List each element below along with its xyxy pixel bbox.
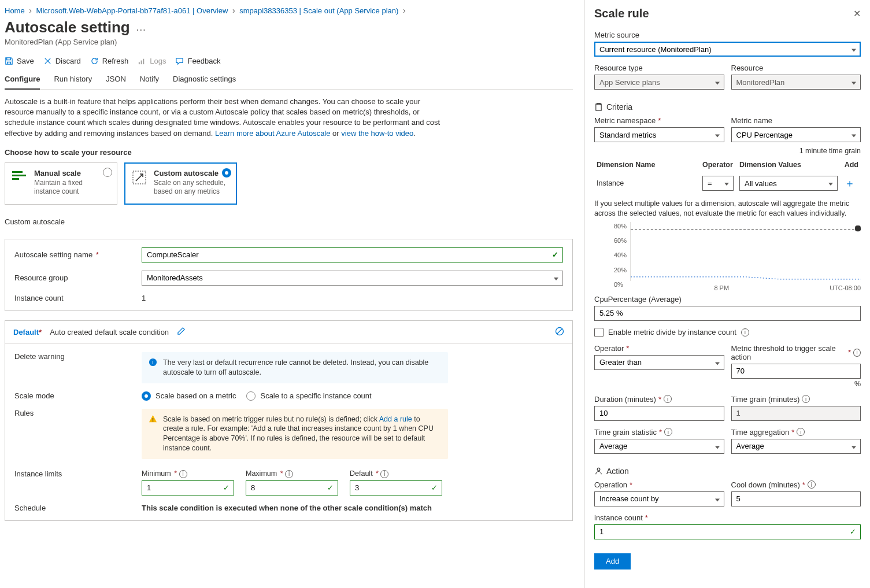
feedback-button[interactable]: Feedback (175, 57, 220, 65)
resource-group-label: Resource group (14, 273, 142, 282)
dimension-operator-select[interactable] (702, 176, 734, 191)
svg-rect-1 (141, 61, 142, 65)
default-input[interactable] (350, 480, 442, 495)
svg-text:!: ! (152, 416, 154, 422)
enable-divide-label: Enable metric divide by instance count (608, 328, 736, 336)
scale-rule-panel: Scale rule ✕ Metric source Resource type… (584, 0, 870, 588)
svg-text:i: i (152, 359, 153, 365)
save-button[interactable]: Save (5, 57, 34, 65)
tab-json[interactable]: JSON (106, 71, 126, 89)
setting-name-input[interactable] (142, 247, 563, 262)
tab-diagnostic[interactable]: Diagnostic settings (173, 71, 236, 89)
manual-scale-icon (12, 169, 28, 196)
scale-metric-radio[interactable]: Scale based on a metric (142, 391, 236, 401)
manual-scale-desc: Maintain a fixed instance count (34, 179, 110, 196)
scale-specific-radio[interactable]: Scale to a specific instance count (246, 391, 371, 401)
learn-more-link[interactable]: Learn more about Azure Autoscale (215, 129, 330, 138)
clipboard-icon (594, 103, 603, 112)
cooldown-input[interactable] (731, 491, 861, 506)
time-grain-label: Time grain (minutes) i (731, 395, 861, 404)
logs-icon (138, 57, 146, 65)
page-title: Autoscale setting (5, 19, 130, 36)
breadcrumb-home[interactable]: Home (5, 6, 25, 15)
close-panel-button[interactable]: ✕ (853, 8, 861, 19)
condition-subtitle: Auto created default scale condition (50, 328, 169, 336)
rules-warning-banner: ! Scale is based on metric trigger rules… (142, 409, 448, 460)
check-icon: ✓ (552, 250, 558, 259)
action-heading: Action (594, 467, 861, 476)
tab-bar: Configure Run history JSON Notify Diagno… (5, 71, 573, 90)
minimum-input[interactable] (142, 480, 234, 495)
breadcrumb-webapp[interactable]: Microsoft.Web-WebApp-Portal-bb77af81-a06… (36, 6, 228, 15)
delete-condition-button[interactable] (555, 327, 564, 338)
delete-warning-banner: i The very last or default recurrence ru… (142, 352, 448, 383)
manual-scale-radio[interactable] (103, 168, 112, 177)
how-to-video-link[interactable]: view the how-to video (341, 129, 413, 138)
custom-autoscale-title: Custom autoscale (154, 169, 229, 177)
condition-title: Default* (13, 328, 42, 336)
svg-rect-15 (855, 225, 861, 231)
duration-input[interactable] (594, 406, 724, 421)
add-dimension-button[interactable]: ＋ (845, 177, 855, 189)
scale-mode-label: Scale mode (14, 391, 142, 400)
instance-limits-label: Instance limits (14, 469, 142, 478)
time-grain-input (731, 406, 861, 421)
refresh-icon (90, 57, 99, 65)
add-a-rule-link[interactable]: Add a rule (379, 415, 412, 423)
discard-button[interactable]: Discard (43, 57, 81, 65)
info-icon: i (808, 480, 816, 489)
threshold-input[interactable] (731, 364, 861, 379)
schedule-message: This scale condition is executed when no… (142, 504, 432, 512)
svg-rect-3 (12, 171, 23, 173)
time-grain-stat-select[interactable] (594, 439, 724, 454)
info-icon: i (664, 395, 672, 403)
custom-autoscale-icon (132, 169, 148, 196)
svg-rect-0 (139, 62, 140, 64)
toolbar: Save Discard Refresh Logs Feedback (5, 57, 573, 65)
metric-namespace-select[interactable] (594, 127, 724, 142)
maximum-input[interactable] (246, 480, 338, 495)
instance-count-value: 1 (142, 294, 146, 302)
info-icon: i (741, 328, 749, 336)
metric-name-select[interactable] (731, 127, 861, 142)
person-icon (594, 467, 603, 475)
enable-divide-checkbox[interactable] (594, 328, 604, 337)
resource-type-select (594, 75, 724, 90)
manual-scale-card[interactable]: Manual scale Maintain a fixed instance c… (5, 162, 117, 205)
add-rule-button[interactable]: Add (594, 553, 631, 569)
refresh-button[interactable]: Refresh (90, 57, 129, 65)
instance-count-label: Instance count (14, 294, 142, 302)
metric-source-select[interactable] (594, 42, 861, 57)
instance-count-rule-input[interactable] (594, 524, 861, 539)
tab-run-history[interactable]: Run history (54, 71, 92, 89)
resource-group-select[interactable] (142, 271, 563, 286)
more-actions[interactable]: … (136, 21, 147, 34)
svg-rect-2 (143, 59, 145, 64)
resource-select (731, 75, 861, 90)
info-icon: i (149, 358, 157, 378)
feedback-icon (175, 57, 184, 65)
operation-select[interactable] (594, 491, 724, 506)
operator-select[interactable] (594, 355, 724, 370)
pencil-icon (177, 327, 186, 335)
custom-autoscale-radio[interactable] (222, 168, 231, 177)
cpu-average-label: CpuPercentage (Average) (594, 295, 861, 304)
threshold-label: Metric threshold to trigger scale action… (731, 344, 861, 361)
edit-condition-button[interactable] (177, 327, 186, 337)
resource-label: Resource (731, 64, 861, 72)
warning-icon: ! (149, 415, 157, 454)
logs-button[interactable]: Logs (138, 57, 166, 65)
custom-autoscale-card[interactable]: Custom autoscale Scale on any schedule, … (124, 162, 237, 205)
dimension-table: Dimension Name Operator Dimension Values… (594, 157, 861, 194)
info-icon: i (802, 395, 810, 403)
tab-notify[interactable]: Notify (140, 71, 159, 89)
check-icon: ✓ (850, 527, 856, 536)
discard-icon (43, 57, 52, 65)
choose-scale-label: Choose how to scale your resource (5, 148, 573, 157)
tab-configure[interactable]: Configure (5, 71, 40, 89)
time-grain-note: 1 minute time grain (594, 147, 861, 155)
dimension-values-select[interactable] (739, 176, 838, 191)
setting-name-label: Autoscale setting name * (14, 250, 142, 259)
time-aggregation-select[interactable] (731, 439, 861, 454)
breadcrumb-smp[interactable]: smpapi38336353 | Scale out (App Service … (239, 6, 398, 15)
